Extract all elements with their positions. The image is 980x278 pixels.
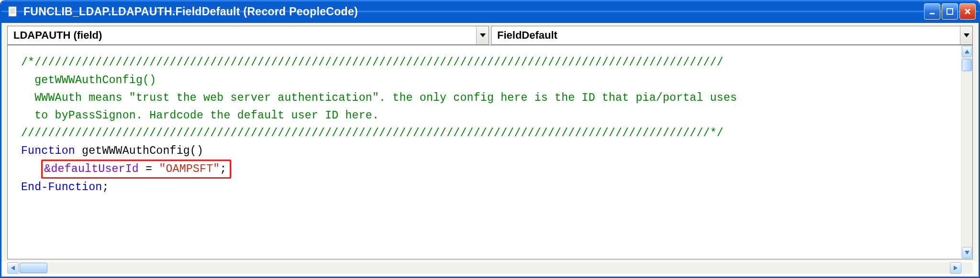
code-variable: &defaultUserId [44,163,139,175]
svg-marker-13 [954,266,958,270]
svg-marker-12 [11,266,15,270]
code-comment: to byPassSignon. Hardcode the default us… [21,109,379,122]
titlebar[interactable]: FUNCLIB_LDAP.LDAPAUTH.FieldDefault (Reco… [1,0,979,23]
editor-container: /*//////////////////////////////////////… [1,45,979,261]
horizontal-scrollbar[interactable] [7,262,973,274]
highlighted-line: &defaultUserId = "OAMPSFT"; [41,160,231,179]
scroll-track[interactable] [961,58,972,246]
code-comment: ////////////////////////////////////////… [21,127,724,139]
scroll-left-button[interactable] [7,262,19,274]
dropdown-arrow-icon [960,26,972,44]
event-selector[interactable]: FieldDefault [491,26,973,45]
svg-rect-0 [9,7,16,16]
scroll-track[interactable] [19,262,950,274]
scroll-corner [961,262,973,274]
scroll-thumb[interactable] [962,59,972,71]
maximize-button[interactable] [942,3,958,20]
dropdown-arrow-icon [476,26,489,44]
code-punct: ; [220,163,226,175]
code-keyword: Function [21,145,75,157]
scroll-down-button[interactable] [962,247,972,258]
code-area[interactable]: /*//////////////////////////////////////… [8,45,961,259]
code-keyword: End-Function [21,181,102,193]
svg-marker-9 [964,33,969,37]
code-punct: = [139,163,159,175]
code-punct: ; [102,181,109,193]
code-comment: getWWWAuthConfig() [21,74,156,86]
editor-frame: /*//////////////////////////////////////… [7,45,973,259]
svg-rect-4 [930,13,935,14]
event-selector-text: FieldDefault [491,29,960,42]
code-comment: /*//////////////////////////////////////… [21,56,724,69]
window-buttons [924,3,976,20]
close-button[interactable] [959,3,976,20]
field-selector[interactable]: LDAPAUTH (field) [7,26,489,45]
svg-rect-5 [947,9,953,14]
svg-marker-11 [965,251,969,255]
code-string: "OAMPSFT" [159,163,220,175]
code-comment: WWWAuth means "trust the web server auth… [21,92,737,104]
scroll-thumb[interactable] [20,263,47,273]
code-editor-window: FUNCLIB_LDAP.LDAPAUTH.FieldDefault (Reco… [0,0,980,278]
scroll-up-button[interactable] [962,46,972,57]
app-icon [6,5,19,18]
minimize-button[interactable] [924,3,940,20]
window-title: FUNCLIB_LDAP.LDAPAUTH.FieldDefault (Reco… [23,5,924,18]
svg-marker-8 [480,33,486,37]
code-identifier: getWWWAuthConfig() [75,145,203,157]
svg-marker-10 [965,50,969,53]
selector-row: LDAPAUTH (field) FieldDefault [1,23,979,45]
scroll-right-button[interactable] [950,262,961,274]
field-selector-text: LDAPAUTH (field) [8,29,476,42]
vertical-scrollbar[interactable] [961,45,972,259]
